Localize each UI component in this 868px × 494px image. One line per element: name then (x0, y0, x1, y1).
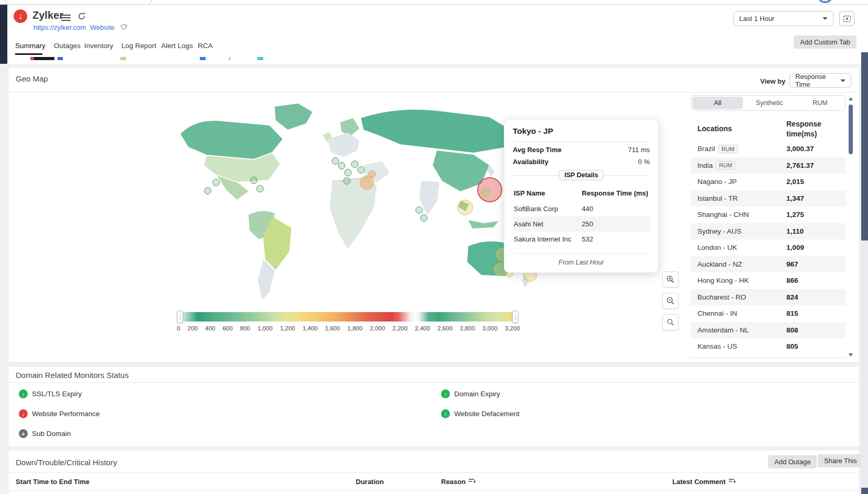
chevron-down-icon (840, 79, 846, 82)
map-marker[interactable] (457, 200, 473, 215)
scale-tick: 2,200 (392, 325, 408, 331)
location-row[interactable]: Brazil RUM 3,000.37 (691, 141, 846, 157)
isp-response-time: 440 (582, 205, 593, 213)
tab-rca[interactable]: RCA (198, 42, 213, 50)
monitor-item-label: SSL/TLS Expiry (32, 390, 82, 398)
filter-icon[interactable] (468, 478, 476, 486)
status-up-icon: ↑ (441, 409, 450, 418)
map-marker[interactable] (204, 187, 211, 194)
isp-row: Sakura Internet Inc 532 (513, 232, 650, 247)
status-up-icon: ↑ (19, 389, 28, 398)
isp-name: Asahi Net (514, 220, 582, 228)
column-duration: Duration (356, 478, 384, 486)
time-range-select[interactable]: Last 1 Hour (734, 11, 833, 26)
scroll-down-arrow[interactable] (849, 353, 853, 357)
map-marker[interactable] (368, 170, 376, 178)
location-response-time: 3,000.37 (786, 145, 814, 153)
chevron-down-icon (822, 17, 828, 20)
map-zoom-in-button[interactable] (662, 271, 679, 288)
locations-scrollbar[interactable] (848, 96, 854, 358)
location-row[interactable]: Chennai - IN 815 (691, 305, 846, 322)
location-row[interactable]: Istanbul - TR 1,347 (691, 190, 846, 207)
scrollbar-thumb[interactable] (861, 52, 868, 240)
panel-tab-rum[interactable]: RUM (795, 96, 846, 110)
page-scrollbar[interactable] (861, 52, 868, 494)
monitor-type-link[interactable]: Website (90, 24, 115, 31)
location-response-time: 805 (786, 342, 798, 350)
location-row[interactable]: Bucharest - RO 824 (691, 289, 846, 306)
map-marker[interactable] (343, 177, 351, 185)
share-this-button[interactable]: Share This (818, 454, 863, 467)
map-marker[interactable] (357, 166, 365, 174)
location-name: London - UK (697, 244, 737, 251)
map-marker[interactable] (415, 206, 423, 214)
add-custom-tab-button[interactable]: Add Custom Tab (794, 36, 856, 49)
location-row[interactable]: Kansas - US 805 (691, 338, 846, 355)
scale-tick: 2,800 (460, 325, 475, 331)
tag-icon[interactable] (119, 23, 128, 33)
locations-column-header: Locations (697, 124, 732, 133)
monitor-url-link[interactable]: https://zylker.com (33, 24, 86, 31)
location-response-time: 967 (786, 260, 798, 268)
map-marker[interactable] (351, 160, 358, 168)
domain-monitors-card (8, 366, 860, 447)
location-name: Nagano - JP (697, 178, 737, 186)
location-row[interactable]: India RUM 2,761.37 (691, 157, 846, 174)
location-response-time: 808 (786, 326, 798, 334)
scale-tick: 1,400 (302, 325, 318, 331)
panel-tab-synthetic[interactable]: Synthetic (744, 96, 795, 110)
tab-log-report[interactable]: Log Report (121, 42, 156, 50)
monitor-item-website-performance[interactable]: ↓ Website Performance (19, 409, 100, 418)
scale-handle-min[interactable] (177, 311, 183, 323)
tooltip-footer: From Last Hour (513, 253, 650, 266)
map-marker[interactable] (256, 185, 264, 192)
tab-summary[interactable]: Summary (15, 42, 46, 50)
column-reason: Reason (441, 478, 476, 486)
location-row[interactable]: Sydney - AUS 1,110 (691, 223, 846, 240)
monitor-item-website-defacement[interactable]: ↑ Website Defacement (441, 409, 520, 418)
map-zoom-reset-button[interactable] (662, 314, 679, 330)
location-row[interactable]: Shanghai - CHN 1,275 (691, 206, 846, 223)
map-marker[interactable] (338, 162, 345, 169)
location-row[interactable]: Nagano - JP 2,015 (691, 174, 846, 190)
scale-tick: 2,600 (437, 325, 453, 331)
monitor-item-domain-expiry[interactable]: ↑ Domain Expiry (441, 389, 500, 398)
map-marker[interactable] (420, 214, 427, 222)
scale-tick: 800 (240, 325, 250, 331)
map-marker[interactable] (481, 188, 490, 197)
locations-scrollbar-thumb[interactable] (849, 105, 853, 154)
monitor-item-ssl-tls-expiry[interactable]: ↑ SSL/TLS Expiry (19, 389, 82, 398)
tab-outages[interactable]: Outages (54, 42, 81, 50)
view-by-label: View by (760, 77, 785, 85)
divider (8, 472, 859, 473)
map-marker[interactable] (360, 176, 374, 190)
tab-inventory[interactable]: Inventory (84, 42, 114, 50)
location-name: Bucharest - RO (697, 293, 746, 301)
location-row[interactable]: Hong Kong - HK 866 (691, 272, 846, 289)
scale-tick-labels: 0 200 400 600 800 1,000 1,200 1,400 1,60… (177, 325, 520, 331)
location-name: Chennai - IN (697, 309, 737, 317)
location-row[interactable]: Auckland - NZ 967 (691, 256, 846, 273)
filter-icon[interactable] (728, 478, 736, 486)
browser-tab-edge (5, 0, 152, 5)
location-row[interactable]: London - UK 1,009 (691, 239, 846, 256)
window-switch-button[interactable] (839, 11, 854, 26)
monitor-status-down-icon: ↓ (14, 9, 27, 23)
map-marker[interactable] (250, 177, 257, 184)
map-zoom-out-button[interactable] (662, 293, 679, 309)
isp-response-time: 532 (582, 235, 593, 243)
map-marker[interactable] (344, 169, 352, 176)
monitor-title: Zylker (32, 9, 63, 21)
refresh-icon[interactable] (77, 12, 86, 23)
view-by-select[interactable]: Response Time (790, 73, 851, 88)
scroll-up-arrow[interactable] (849, 97, 853, 100)
tab-alert-logs[interactable]: Alert Logs (161, 42, 193, 50)
monitor-item-sub-domain[interactable]: + Sub Domain (19, 429, 71, 438)
location-response-time: 2,015 (786, 178, 804, 186)
menu-icon[interactable] (61, 13, 71, 22)
location-row[interactable]: Amsterdam - NL 808 (691, 322, 846, 339)
panel-tab-all[interactable]: All (692, 97, 743, 109)
map-marker[interactable] (212, 179, 220, 186)
add-outage-button[interactable]: Add Outage (768, 455, 817, 468)
scale-handle-max[interactable] (512, 311, 518, 323)
